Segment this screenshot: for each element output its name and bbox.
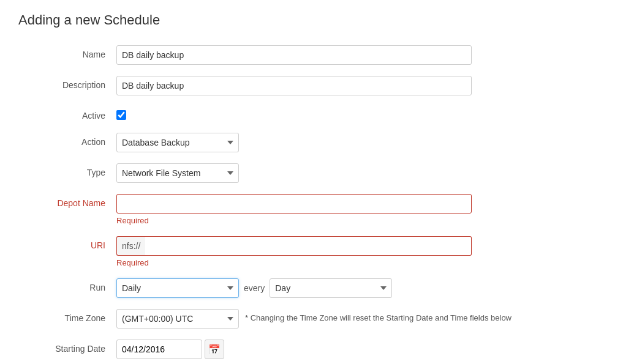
calendar-button[interactable]: 📅: [205, 340, 224, 359]
every-label: every: [244, 283, 265, 293]
uri-prefix-text: nfs://: [116, 236, 145, 256]
uri-input-container: nfs://: [116, 236, 472, 256]
timezone-row: Time Zone (GMT+00:00) UTC (GMT-05:00) ES…: [18, 309, 605, 329]
calendar-icon: 📅: [208, 344, 221, 355]
starting-date-row: Starting Date 📅: [18, 340, 605, 359]
depot-name-row: Depot Name Required: [18, 194, 605, 225]
timezone-controls: (GMT+00:00) UTC (GMT-05:00) EST (GMT+01:…: [116, 309, 512, 329]
page-title: Adding a new Schedule: [18, 12, 605, 28]
type-row: Type Network File System Local FTP: [18, 163, 605, 183]
depot-name-field-group: Required: [116, 194, 472, 225]
depot-name-label: Depot Name: [18, 194, 116, 208]
depot-name-input[interactable]: [116, 194, 472, 214]
active-checkbox[interactable]: [116, 110, 126, 120]
uri-required-text: Required: [116, 258, 472, 267]
name-row: Name: [18, 45, 605, 65]
timezone-label: Time Zone: [18, 309, 116, 323]
uri-field-group: nfs:// Required: [116, 236, 472, 267]
name-input[interactable]: [116, 45, 472, 65]
date-row-controls: 📅: [116, 340, 224, 359]
run-controls: Daily Weekly Monthly Hourly every Day We…: [116, 278, 392, 298]
action-select[interactable]: Database Backup File Backup: [116, 133, 239, 152]
timezone-select[interactable]: (GMT+00:00) UTC (GMT-05:00) EST (GMT+01:…: [116, 309, 239, 329]
description-label: Description: [18, 76, 116, 90]
run-select[interactable]: Daily Weekly Monthly Hourly: [116, 278, 239, 298]
type-select[interactable]: Network File System Local FTP: [116, 163, 239, 183]
depot-required-text: Required: [116, 216, 472, 225]
description-row: Description: [18, 76, 605, 95]
type-label: Type: [18, 163, 116, 177]
uri-row: URI nfs:// Required: [18, 236, 605, 267]
action-label: Action: [18, 133, 116, 147]
active-label: Active: [18, 106, 116, 121]
starting-date-input[interactable]: [116, 340, 202, 359]
run-label: Run: [18, 278, 116, 292]
active-checkbox-container: [116, 106, 126, 122]
action-row: Action Database Backup File Backup: [18, 133, 605, 152]
uri-label: URI: [18, 236, 116, 250]
timezone-note: * Changing the Time Zone will reset the …: [245, 309, 512, 322]
description-input[interactable]: [116, 76, 472, 95]
run-row: Run Daily Weekly Monthly Hourly every Da…: [18, 278, 605, 298]
uri-input[interactable]: [145, 236, 472, 256]
name-label: Name: [18, 45, 116, 59]
starting-date-label: Starting Date: [18, 340, 116, 354]
every-select[interactable]: Day Week Month: [270, 278, 392, 298]
active-row: Active: [18, 106, 605, 122]
